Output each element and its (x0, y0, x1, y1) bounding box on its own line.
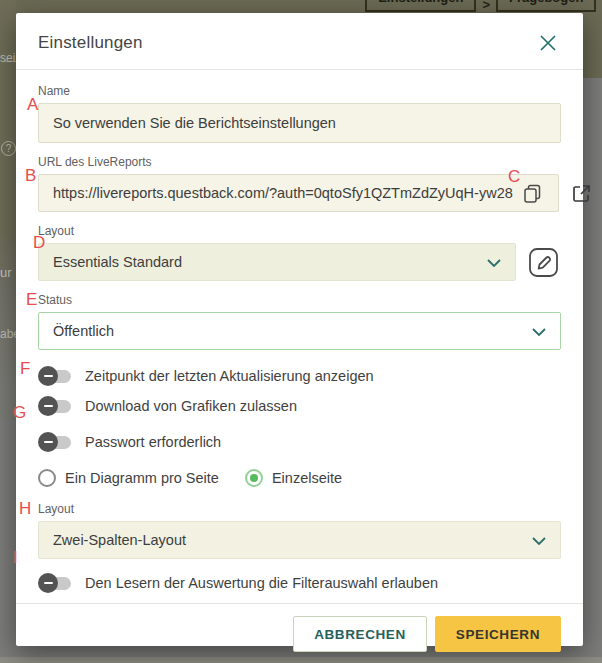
toggle-label: Passwort erforderlich (85, 434, 221, 450)
toggle-allow-graphic-download[interactable]: Download von Grafiken zulassen (38, 396, 561, 416)
layout-select[interactable]: Essentials Standard (38, 243, 516, 281)
livereport-url-input[interactable]: https://livereports.questback.com/?auth=… (38, 174, 559, 212)
chevron-down-icon (532, 532, 546, 548)
name-value: So verwenden Sie die Berichtseinstellung… (53, 115, 336, 131)
toggle-off-icon (40, 400, 71, 413)
external-link-icon (571, 192, 592, 207)
column-layout-label: Layout (38, 502, 561, 516)
radio-unselected-icon (38, 469, 56, 487)
dialog-header: Einstellungen (16, 13, 583, 70)
breadcrumb-separator: > (482, 0, 490, 12)
layout-field-group: Layout Essentials Standard (38, 224, 561, 281)
annotation-letter-d: D (33, 233, 45, 253)
name-label: Name (38, 84, 561, 98)
toggle-password-required[interactable]: Passwort erforderlich (38, 432, 561, 452)
column-layout-field-group: Layout Zwei-Spalten-Layout (38, 502, 561, 559)
open-livereport-button[interactable] (569, 181, 594, 206)
chevron-down-icon (487, 254, 501, 270)
status-field-group: Status Öffentlich (38, 293, 561, 350)
annotation-letter-b: B (25, 166, 36, 186)
annotation-letter-g: G (13, 403, 26, 423)
url-value: https://livereports.questback.com/?auth=… (53, 185, 513, 201)
layout-label: Layout (38, 224, 561, 238)
toggle-off-icon (40, 370, 71, 383)
save-button[interactable]: SPEICHERN (435, 616, 561, 652)
cancel-button[interactable]: ABBRECHEN (293, 616, 427, 652)
toggle-label: Den Lesern der Auswertung die Filterausw… (85, 575, 438, 591)
name-field-group: Name So verwenden Sie die Berichtseinste… (38, 84, 561, 143)
dialog-title: Einstellungen (38, 33, 143, 53)
chevron-down-icon (532, 323, 546, 339)
toggle-allow-filter-selection[interactable]: Den Lesern der Auswertung die Filterausw… (38, 573, 561, 593)
toggle-label: Zeitpunkt der letzten Aktualisierung anz… (85, 368, 374, 384)
radio-label: Ein Diagramm pro Seite (65, 470, 219, 486)
radio-single-page[interactable]: Einzelseite (245, 469, 342, 487)
annotation-letter-f: F (20, 359, 30, 379)
tab-fragebogen[interactable]: Fragebogen (496, 0, 596, 12)
page-mode-radio-group: Ein Diagramm pro Seite Einzelseite (38, 468, 561, 488)
annotation-letter-a: A (27, 95, 38, 115)
background-text-fragment: sei (0, 51, 15, 65)
column-layout-select[interactable]: Zwei-Spalten-Layout (38, 521, 561, 559)
tab-einstellungen[interactable]: Einstellungen (365, 0, 476, 12)
close-icon (537, 42, 559, 57)
url-field-group: URL des LiveReports https://livereports.… (38, 155, 561, 212)
toggle-label: Download von Grafiken zulassen (85, 398, 297, 414)
toggle-show-last-update[interactable]: Zeitpunkt der letzten Aktualisierung anz… (38, 366, 561, 386)
annotation-letter-e: E (26, 290, 37, 310)
status-select[interactable]: Öffentlich (38, 312, 561, 350)
edit-icon (528, 266, 559, 281)
column-layout-selected-value: Zwei-Spalten-Layout (53, 532, 186, 548)
layout-selected-value: Essentials Standard (53, 254, 182, 270)
radio-label: Einzelseite (272, 470, 342, 486)
toggle-off-icon (40, 577, 71, 590)
settings-dialog: Einstellungen Name So verwenden Sie die … (16, 13, 583, 646)
annotation-letter-c: C (508, 167, 520, 187)
dialog-footer: ABBRECHEN SPEICHERN (16, 603, 583, 663)
status-selected-value: Öffentlich (53, 323, 114, 339)
help-icon: ? (1, 141, 16, 156)
background-text-fragment: ur (0, 265, 12, 280)
annotation-letter-h: H (19, 499, 31, 519)
copy-url-button[interactable] (521, 182, 544, 205)
breadcrumb: Einstellungen > Fragebogen > (365, 0, 602, 12)
status-label: Status (38, 293, 561, 307)
toggle-off-icon (40, 436, 71, 449)
radio-selected-icon (245, 469, 263, 487)
name-input[interactable]: So verwenden Sie die Berichtseinstellung… (38, 103, 561, 143)
radio-one-chart-per-page[interactable]: Ein Diagramm pro Seite (38, 469, 219, 487)
copy-icon (523, 191, 542, 206)
edit-layout-button[interactable] (526, 245, 561, 280)
dialog-body: Name So verwenden Sie die Berichtseinste… (16, 70, 583, 603)
url-label: URL des LiveReports (38, 155, 561, 169)
annotation-letter-i: I (13, 548, 18, 568)
close-button[interactable] (535, 30, 561, 56)
